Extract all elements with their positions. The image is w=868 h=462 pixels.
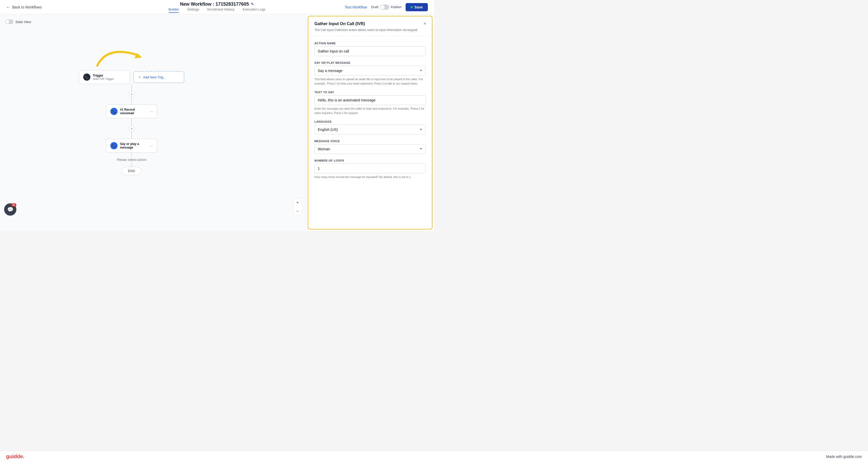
select-action-label: Please select action <box>117 158 147 162</box>
language-label: LANGUAGE <box>314 120 426 123</box>
loops-input[interactable] <box>314 164 426 174</box>
say-play-label: SAY OR PLAY MESSAGE <box>314 61 426 64</box>
app-header: ← Back to Workflows New Workflow : 17152… <box>0 0 434 14</box>
edit-icon[interactable]: ✎ <box>251 2 254 6</box>
tab-execution[interactable]: Execution Logs <box>243 7 266 13</box>
stats-view-toggle: Stats View <box>5 20 31 24</box>
action-name-input[interactable] <box>314 47 426 56</box>
loops-group: NUMBER OF LOOPS How many times should th… <box>314 159 426 179</box>
workflow-canvas[interactable]: Stats View 📞 Trigger Start IVR Trigger ＋… <box>0 14 306 231</box>
panel-outline: Gather Input On Call (IVR) The Call Inpu… <box>308 16 432 229</box>
language-select[interactable]: English (US) Spanish French <box>314 125 426 134</box>
workflow-title: New Workflow : 1715283177605 ✎ <box>180 2 254 7</box>
panel-body: ACTION NAME SAY OR PLAY MESSAGE Say a me… <box>308 37 432 184</box>
publish-label: Publish <box>391 5 402 9</box>
say-play-group: SAY OR PLAY MESSAGE Say a message Play a… <box>314 61 426 86</box>
trigger-row: 📞 Trigger Start IVR Trigger ＋ Add New Tr… <box>79 70 184 84</box>
connector-5 <box>131 153 132 157</box>
notification-badge[interactable]: 💬 33 <box>4 203 17 216</box>
plus-connector-2[interactable]: + <box>128 125 135 132</box>
say-message-title: Say or play a message <box>120 142 147 149</box>
record-voicemail-menu[interactable]: ··· <box>150 109 153 114</box>
action-name-group: ACTION NAME <box>314 42 426 56</box>
save-button[interactable]: Save <box>406 3 428 11</box>
stats-view-label: Stats View <box>16 20 31 24</box>
back-label: Back to Workflows <box>12 5 42 9</box>
plus-icon: ＋ <box>138 75 141 80</box>
stats-toggle-knob <box>6 20 9 24</box>
record-voicemail-icon: 📞 <box>111 108 118 115</box>
say-play-hint: This field allows users to upload an aud… <box>314 77 426 86</box>
toggle-knob <box>380 5 384 9</box>
say-message-node[interactable]: 📞 Say or play a message ··· <box>106 139 157 153</box>
workflow-nodes: 📞 Trigger Start IVR Trigger ＋ Add New Tr… <box>79 70 184 175</box>
record-voicemail-text: #1 Record voicemail <box>120 108 147 115</box>
trigger-text: Trigger Start IVR Trigger <box>93 74 126 81</box>
side-panel: Gather Input On Call (IVR) The Call Inpu… <box>306 14 434 231</box>
connector-4 <box>131 132 132 139</box>
add-trigger-label: Add New Trig... <box>143 75 166 79</box>
stats-toggle-switch[interactable] <box>5 20 13 24</box>
language-group: LANGUAGE English (US) Spanish French <box>314 120 426 134</box>
loops-label: NUMBER OF LOOPS <box>314 159 426 162</box>
trigger-node[interactable]: 📞 Trigger Start IVR Trigger <box>79 70 130 84</box>
message-voice-label: MESSAGE VOICE <box>314 140 426 143</box>
text-to-say-input[interactable] <box>314 95 426 105</box>
say-message-menu[interactable]: ··· <box>150 144 153 148</box>
draft-toggle-group: Draft Publish <box>371 5 401 10</box>
tab-builder[interactable]: Builder <box>168 7 179 13</box>
panel-title: Gather Input On Call (IVR) <box>314 22 426 26</box>
tab-enrollment[interactable]: Enrollment History <box>208 7 235 13</box>
panel-header: Gather Input On Call (IVR) The Call Inpu… <box>308 17 432 37</box>
notification-icon: 💬 <box>7 207 13 213</box>
end-node: END <box>122 167 141 175</box>
save-dot <box>411 6 413 8</box>
header-tabs: Builder Settings Enrollment History Exec… <box>168 7 266 13</box>
action-name-label: ACTION NAME <box>314 42 426 45</box>
svg-marker-0 <box>134 53 142 58</box>
message-voice-group: MESSAGE VOICE Woman Man <box>314 140 426 154</box>
add-trigger-node[interactable]: ＋ Add New Trig... <box>133 71 184 83</box>
trigger-title: Trigger <box>93 74 126 78</box>
record-voicemail-title: #1 Record voicemail <box>120 108 147 115</box>
record-voicemail-node[interactable]: 📞 #1 Record voicemail ··· <box>106 104 157 118</box>
notification-count: 33 <box>11 203 17 207</box>
header-right: Test Workflow Draft Publish Save <box>345 3 428 11</box>
zoom-controls: + − <box>293 198 302 216</box>
panel-description: The Call Input Collection action allows … <box>314 28 426 32</box>
draft-label: Draft <box>371 5 378 9</box>
connector-2 <box>131 97 132 104</box>
panel-close-button[interactable]: × <box>422 21 428 27</box>
zoom-out-button[interactable]: − <box>293 207 302 215</box>
text-to-say-label: TEXT TO SAY <box>314 91 426 94</box>
test-workflow-button[interactable]: Test Workflow <box>345 5 367 9</box>
arrow-annotation <box>92 40 149 71</box>
say-message-icon: 📞 <box>111 142 118 149</box>
tab-settings[interactable]: Settings <box>187 7 199 13</box>
zoom-in-button[interactable]: + <box>293 198 302 207</box>
header-center: New Workflow : 1715283177605 ✎ Builder S… <box>168 2 266 13</box>
plus-connector-1[interactable]: + <box>128 91 135 97</box>
text-to-say-group: TEXT TO SAY Enter the message you want t… <box>314 91 426 115</box>
back-arrow-icon: ← <box>6 5 10 9</box>
main-area: Stats View 📞 Trigger Start IVR Trigger ＋… <box>0 14 434 231</box>
message-voice-select[interactable]: Woman Man <box>314 144 426 154</box>
say-message-text: Say or play a message <box>120 142 147 149</box>
trigger-subtitle: Start IVR Trigger <box>93 78 126 81</box>
draft-toggle-switch[interactable] <box>380 5 389 10</box>
connector-6 <box>131 163 132 167</box>
connector-1 <box>131 84 132 91</box>
say-play-select[interactable]: Say a message Play an audio file <box>314 66 426 75</box>
connector-3 <box>131 118 132 125</box>
trigger-icon: 📞 <box>83 73 90 81</box>
back-button[interactable]: ← Back to Workflows <box>6 5 42 9</box>
text-to-say-hint: Enter the message you want the caller to… <box>314 106 426 115</box>
loops-hint: How many times should the message be rep… <box>314 175 426 179</box>
